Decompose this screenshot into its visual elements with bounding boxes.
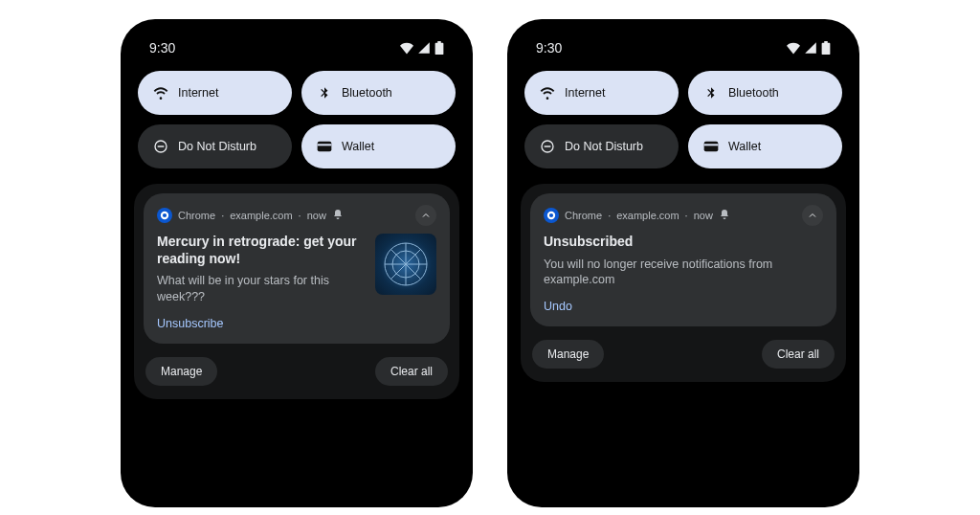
- bluetooth-icon: [317, 85, 332, 101]
- notification-time: now: [694, 210, 713, 221]
- wifi-icon: [400, 41, 413, 55]
- qs-internet-label: Internet: [178, 86, 218, 100]
- svg-rect-3: [318, 144, 332, 146]
- qs-dnd-tile[interactable]: Do Not Disturb: [138, 124, 292, 168]
- notification-header: Chrome · example.com · now: [157, 205, 436, 226]
- collapse-button[interactable]: [415, 205, 436, 226]
- qs-wallet-tile[interactable]: Wallet: [688, 124, 842, 168]
- notification-shade: Chrome · example.com · now Unsubscribed …: [521, 184, 846, 382]
- notification-body: You will no longer receive notifications…: [544, 257, 823, 289]
- wifi-icon: [540, 85, 555, 101]
- qs-dnd-tile[interactable]: Do Not Disturb: [524, 124, 679, 168]
- clear-all-button[interactable]: Clear all: [762, 340, 835, 369]
- qs-bluetooth-tile[interactable]: Bluetooth: [301, 71, 456, 115]
- qs-wallet-label: Wallet: [728, 140, 761, 153]
- qs-bluetooth-label: Bluetooth: [342, 86, 392, 100]
- svg-point-17: [549, 213, 553, 217]
- notification-card[interactable]: Chrome · example.com · now Unsubscribed …: [530, 193, 836, 326]
- bell-icon: [332, 209, 344, 222]
- signal-icon: [417, 41, 431, 55]
- qs-wallet-label: Wallet: [342, 140, 374, 153]
- notification-time: now: [307, 210, 326, 221]
- status-bar: 9:30: [132, 29, 461, 63]
- chrome-icon: [544, 208, 559, 223]
- battery-icon: [821, 41, 831, 55]
- battery-icon: [434, 41, 444, 55]
- chrome-icon: [157, 208, 172, 223]
- bell-icon: [719, 209, 730, 222]
- quick-settings: Internet Bluetooth Do Not Disturb Wallet: [132, 63, 461, 180]
- bluetooth-icon: [703, 85, 719, 101]
- svg-point-5: [163, 213, 167, 217]
- notification-card[interactable]: Chrome · example.com · now Mercury in re…: [144, 193, 450, 344]
- qs-dnd-label: Do Not Disturb: [178, 140, 256, 153]
- qs-internet-tile[interactable]: Internet: [138, 71, 292, 115]
- notification-image: [375, 234, 436, 295]
- unsubscribe-button[interactable]: Unsubscribe: [157, 317, 436, 330]
- notification-app: Chrome: [565, 210, 602, 221]
- notification-site: example.com: [616, 210, 679, 221]
- notification-body: What will be in your stars for this week…: [157, 273, 366, 305]
- signal-icon: [804, 41, 817, 55]
- notification-app: Chrome: [178, 210, 215, 221]
- qs-internet-label: Internet: [565, 86, 605, 100]
- dnd-icon: [540, 139, 555, 154]
- wifi-icon: [787, 41, 800, 55]
- wifi-icon: [153, 85, 168, 101]
- clear-all-button[interactable]: Clear all: [375, 357, 448, 386]
- phone-left: 9:30 Internet Bluetooth Do Not Disturb: [121, 19, 473, 507]
- wallet-icon: [317, 139, 332, 154]
- svg-rect-14: [704, 142, 719, 152]
- collapse-button[interactable]: [802, 205, 823, 226]
- svg-rect-2: [318, 142, 332, 152]
- status-bar: 9:30: [519, 29, 848, 63]
- qs-internet-tile[interactable]: Internet: [524, 71, 679, 115]
- qs-bluetooth-tile[interactable]: Bluetooth: [688, 71, 842, 115]
- phone-right: 9:30 Internet Bluetooth Do Not Disturb: [507, 19, 859, 507]
- notification-title: Mercury in retrograde: get your reading …: [157, 234, 366, 267]
- quick-settings: Internet Bluetooth Do Not Disturb Wallet: [519, 63, 848, 180]
- notification-title: Unsubscribed: [544, 234, 823, 251]
- status-icons: [400, 41, 444, 55]
- manage-button[interactable]: Manage: [532, 340, 604, 369]
- notification-site: example.com: [230, 210, 292, 221]
- qs-wallet-tile[interactable]: Wallet: [301, 124, 456, 168]
- svg-rect-15: [704, 144, 719, 146]
- qs-dnd-label: Do Not Disturb: [565, 140, 643, 153]
- dnd-icon: [153, 139, 168, 154]
- notification-header: Chrome · example.com · now: [544, 205, 823, 226]
- wallet-icon: [703, 139, 719, 154]
- status-icons: [787, 41, 831, 55]
- notification-shade: Chrome · example.com · now Mercury in re…: [134, 184, 459, 399]
- manage-button[interactable]: Manage: [145, 357, 217, 386]
- clock: 9:30: [536, 40, 562, 56]
- undo-button[interactable]: Undo: [544, 300, 823, 313]
- qs-bluetooth-label: Bluetooth: [728, 86, 779, 100]
- clock: 9:30: [149, 40, 175, 56]
